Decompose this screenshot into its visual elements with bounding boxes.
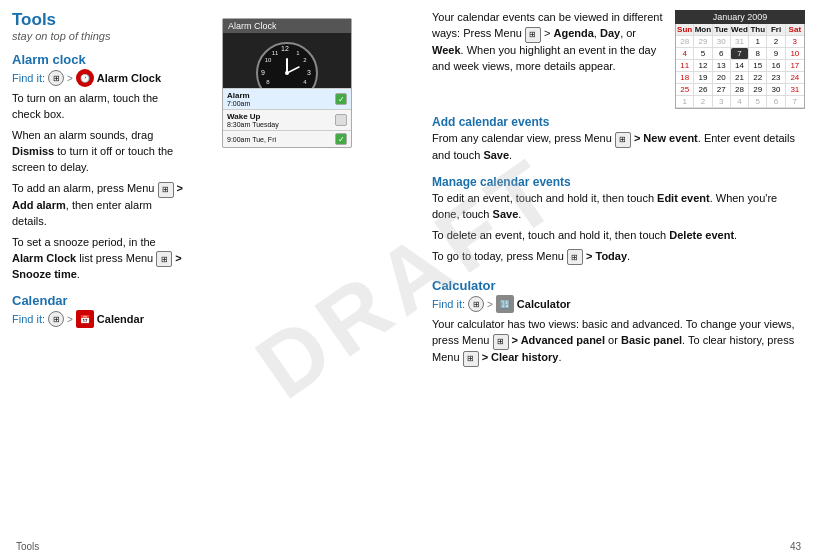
- cal-cell: 5: [694, 48, 712, 60]
- cal-cell: 28: [676, 36, 694, 48]
- calc-find-it-text: Calculator: [517, 298, 571, 310]
- calendar-text-area: Your calendar events can be viewed in di…: [432, 10, 667, 109]
- cal-cell: 8: [749, 48, 767, 60]
- alarm-clock-heading: Alarm clock: [12, 52, 188, 67]
- add-calendar-body: From any calendar view, press Menu ⊞ > N…: [432, 131, 805, 164]
- cal-header-sun: Sun: [676, 24, 694, 36]
- calc-arrow: >: [487, 299, 493, 310]
- alarm-menu-icon-3: ⊞: [156, 251, 172, 267]
- calendar-widget: January 2009 Sun Mon Tue Wed Thu Fri Sat: [675, 10, 805, 109]
- calendar-app-icon: 📅: [76, 310, 94, 328]
- cal-cell: 17: [786, 60, 804, 72]
- alarm-arrow: >: [67, 73, 73, 84]
- calculator-body: Your calculator has two views: basic and…: [432, 317, 805, 367]
- cal-header-sat: Sat: [786, 24, 804, 36]
- manage-calendar-heading: Manage calendar events: [432, 175, 805, 189]
- cal-cell: 22: [749, 72, 767, 84]
- calculator-heading: Calculator: [432, 278, 805, 293]
- cal-header-wed: Wed: [731, 24, 749, 36]
- manage-cal-body-1: To edit an event, touch and hold it, the…: [432, 191, 805, 223]
- cal-cell: 30: [713, 36, 731, 48]
- footer-left: Tools: [16, 541, 39, 552]
- cal-cell: 31: [731, 36, 749, 48]
- cal-today: 7: [731, 48, 749, 60]
- cal-menu-icon: ⊞: [525, 27, 541, 43]
- alarm-clock-icon: 🕐: [76, 69, 94, 87]
- manage-cal-menu-icon: ⊞: [567, 249, 583, 265]
- alarm-item-3: 9:00am Tue, Fri ✓: [223, 130, 351, 147]
- cal-header: January 2009: [675, 10, 805, 24]
- calendar-find-it-text: Calendar: [97, 313, 144, 325]
- cal-cell: 23: [767, 72, 785, 84]
- cal-cell: 19: [694, 72, 712, 84]
- alarm-item-1: Alarm 7:00am ✓: [223, 88, 351, 109]
- calc-menu-icon-2: ⊞: [493, 334, 509, 350]
- cal-cell: 10: [786, 48, 804, 60]
- cal-week-5: 25 26 27 28 29 30 31: [676, 84, 804, 96]
- cal-cell: 9: [767, 48, 785, 60]
- cal-cell: 12: [694, 60, 712, 72]
- tools-subtitle: stay on top of things: [12, 30, 188, 42]
- cal-cell: 3: [713, 96, 731, 108]
- cal-cell: 21: [731, 72, 749, 84]
- cal-cell: 6: [713, 48, 731, 60]
- calc-app-icon: 🔢: [496, 295, 514, 313]
- cal-cell: 16: [767, 60, 785, 72]
- cal-cell: 2: [694, 96, 712, 108]
- alarm-checkbox-1[interactable]: ✓: [335, 93, 347, 105]
- calc-menu-icon-3: ⊞: [463, 351, 479, 367]
- add-cal-menu-icon: ⊞: [615, 132, 631, 148]
- cal-cell: 4: [731, 96, 749, 108]
- cal-header-tue: Tue: [713, 24, 731, 36]
- cal-cell: 24: [786, 72, 804, 84]
- cal-cell: 7: [786, 96, 804, 108]
- svg-text:11: 11: [272, 50, 279, 56]
- right-top-section: Your calendar events can be viewed in di…: [432, 10, 805, 109]
- cal-cell: 14: [731, 60, 749, 72]
- page-footer: 43: [790, 541, 801, 552]
- cal-cell: 6: [767, 96, 785, 108]
- alarm-find-it-label: Find it:: [12, 72, 45, 84]
- alarm-image: Alarm Clock 12 3 6 9 1 2 4 5 7 8: [222, 18, 352, 148]
- cal-cell: 15: [749, 60, 767, 72]
- alarm-body-3: To add an alarm, press Menu ⊞ > Add alar…: [12, 181, 188, 230]
- calculator-find-it-line: Find it: ⊞ > 🔢 Calculator: [432, 295, 805, 313]
- alarm-title-bar: Alarm Clock: [223, 19, 351, 33]
- calc-menu-icon: ⊞: [468, 296, 484, 312]
- cal-cell: 2: [767, 36, 785, 48]
- alarm-find-it-line: Find it: ⊞ > 🕐 Alarm Clock: [12, 69, 188, 87]
- calendar-arrow: >: [67, 314, 73, 325]
- svg-text:12: 12: [281, 45, 289, 52]
- cal-cell: 31: [786, 84, 804, 96]
- alarm-list: Alarm 7:00am ✓ Wake Up 8:30am Tuesday 9:…: [223, 88, 351, 147]
- cal-cell: 4: [676, 48, 694, 60]
- alarm-body-4: To set a snooze period, in the Alarm Clo…: [12, 235, 188, 284]
- calendar-menu-icon: ⊞: [48, 311, 64, 327]
- cal-header-mon: Mon: [694, 24, 712, 36]
- cal-cell: 5: [749, 96, 767, 108]
- cal-week-3: 11 12 13 14 15 16 17: [676, 60, 804, 72]
- cal-cell: 29: [749, 84, 767, 96]
- svg-text:3: 3: [307, 69, 311, 76]
- calc-find-it-label: Find it:: [432, 298, 465, 310]
- alarm-body-1: To turn on an alarm, touch the check box…: [12, 91, 188, 123]
- cal-week-1: 28 29 30 31 1 2 3: [676, 36, 804, 48]
- cal-cell: 1: [749, 36, 767, 48]
- cal-cell: 25: [676, 84, 694, 96]
- cal-cell: 18: [676, 72, 694, 84]
- svg-text:9: 9: [261, 69, 265, 76]
- calendar-heading: Calendar: [12, 293, 188, 308]
- page-container: DRAFT Tools stay on top of things Alarm …: [0, 0, 817, 556]
- cal-week-2: 4 5 6 7 8 9 10: [676, 48, 804, 60]
- svg-text:10: 10: [265, 57, 272, 63]
- cal-week-6: 1 2 3 4 5 6 7: [676, 96, 804, 108]
- manage-cal-body-3: To go to today, press Menu ⊞ > Today.: [432, 249, 805, 266]
- cal-header-fri: Fri: [767, 24, 785, 36]
- manage-cal-body-2: To delete an event, touch and hold it, t…: [432, 228, 805, 244]
- left-column: Tools stay on top of things Alarm clock …: [0, 0, 200, 556]
- alarm-checkbox-3[interactable]: ✓: [335, 133, 347, 145]
- alarm-checkbox-2[interactable]: [335, 114, 347, 126]
- cal-cell: 13: [713, 60, 731, 72]
- cal-cell: 26: [694, 84, 712, 96]
- alarm-item-2: Wake Up 8:30am Tuesday: [223, 109, 351, 130]
